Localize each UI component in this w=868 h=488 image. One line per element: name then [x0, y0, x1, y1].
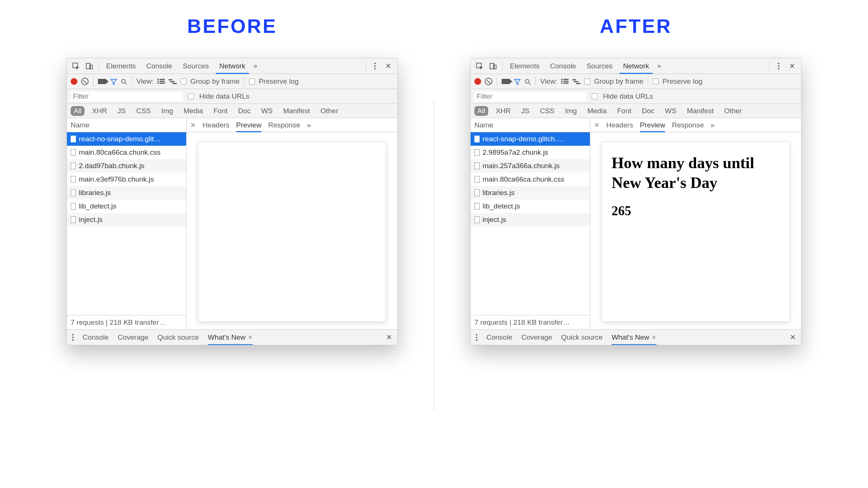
chip-all[interactable]: All	[71, 106, 84, 116]
tab-elements[interactable]: Elements	[506, 58, 543, 74]
kebab-menu-icon[interactable]	[370, 61, 380, 71]
hide-data-urls-checkbox[interactable]	[592, 93, 598, 99]
request-row[interactable]: 2.9895a7a2.chunk.js	[471, 146, 590, 159]
record-icon[interactable]	[71, 78, 77, 85]
drawer-coverage[interactable]: Coverage	[118, 330, 148, 345]
chip-xhr[interactable]: XHR	[89, 106, 110, 116]
chip-xhr[interactable]: XHR	[493, 106, 514, 116]
request-row[interactable]: main.e3ef976b.chunk.js	[67, 173, 186, 186]
request-row[interactable]: main.257a366a.chunk.js	[471, 159, 590, 173]
chip-manifest[interactable]: Manifest	[684, 106, 717, 116]
request-row[interactable]: inject.js	[67, 213, 186, 226]
screenshot-icon[interactable]	[98, 79, 106, 84]
preserve-log-checkbox[interactable]	[249, 78, 255, 84]
more-tabs-icon[interactable]: »	[656, 62, 662, 70]
request-row[interactable]: libraries.js	[471, 186, 590, 200]
drawer-whats-new[interactable]: What's New✕	[208, 330, 253, 345]
chip-js[interactable]: JS	[114, 106, 129, 116]
drawer-kebab-icon[interactable]	[476, 334, 477, 341]
request-row[interactable]: main.80ca66ca.chunk.css	[471, 173, 590, 186]
inspect-icon[interactable]	[71, 61, 81, 71]
more-detail-tabs-icon[interactable]: »	[307, 121, 311, 129]
close-icon[interactable]: ✕	[383, 61, 394, 71]
chip-other[interactable]: Other	[317, 106, 341, 116]
large-rows-icon[interactable]	[157, 78, 165, 84]
large-rows-icon[interactable]	[561, 78, 569, 84]
tab-response[interactable]: Response	[672, 118, 704, 132]
chip-img[interactable]: Img	[562, 106, 580, 116]
preserve-log-checkbox[interactable]	[653, 78, 659, 84]
chip-other[interactable]: Other	[721, 106, 745, 116]
clear-icon[interactable]	[81, 78, 89, 85]
close-details-icon[interactable]: ✕	[594, 121, 600, 129]
tab-elements[interactable]: Elements	[102, 58, 139, 74]
more-tabs-icon[interactable]: »	[252, 62, 259, 70]
drawer-quick-source[interactable]: Quick source	[561, 330, 603, 345]
screenshot-icon[interactable]	[502, 79, 510, 84]
tab-headers[interactable]: Headers	[203, 118, 230, 132]
drawer-console[interactable]: Console	[83, 330, 109, 345]
tab-sources[interactable]: Sources	[179, 58, 213, 74]
close-icon[interactable]: ✕	[787, 61, 797, 71]
request-row[interactable]: lib_detect.js	[471, 200, 590, 213]
request-row[interactable]: main.80ca66ca.chunk.css	[67, 146, 186, 159]
tab-console[interactable]: Console	[546, 58, 580, 74]
group-by-frame-checkbox[interactable]	[584, 78, 590, 84]
chip-css[interactable]: CSS	[537, 106, 557, 116]
request-row[interactable]: react-no-snap-demo.glit…	[67, 132, 186, 146]
chip-ws[interactable]: WS	[662, 106, 680, 116]
waterfall-view-icon[interactable]	[169, 78, 177, 84]
drawer-kebab-icon[interactable]	[72, 334, 74, 341]
tab-preview[interactable]: Preview	[236, 118, 262, 132]
chip-doc[interactable]: Doc	[235, 106, 254, 116]
request-row[interactable]: libraries.js	[67, 186, 186, 200]
request-row[interactable]: react-snap-demo.glitch.…	[471, 132, 590, 146]
chip-ws[interactable]: WS	[258, 106, 276, 116]
clear-icon[interactable]	[485, 78, 492, 85]
drawer-quick-source[interactable]: Quick source	[157, 330, 199, 345]
tab-preview[interactable]: Preview	[640, 118, 665, 132]
search-icon[interactable]	[120, 78, 127, 85]
device-toggle-icon[interactable]	[84, 61, 95, 71]
hide-data-urls-checkbox[interactable]	[188, 93, 194, 99]
tab-console[interactable]: Console	[142, 58, 176, 74]
filter-icon[interactable]	[110, 78, 117, 85]
record-icon[interactable]	[474, 78, 481, 85]
filter-input[interactable]	[71, 92, 183, 101]
chip-font[interactable]: Font	[210, 106, 231, 116]
chip-font[interactable]: Font	[614, 106, 634, 116]
more-detail-tabs-icon[interactable]: »	[711, 121, 715, 129]
request-row[interactable]: inject.js	[471, 213, 590, 226]
request-row[interactable]: lib_detect.js	[67, 200, 186, 213]
close-details-icon[interactable]: ✕	[190, 121, 196, 129]
group-by-frame-checkbox[interactable]	[181, 78, 187, 84]
chip-img[interactable]: Img	[158, 106, 176, 116]
tab-network[interactable]: Network	[619, 58, 653, 74]
tab-network[interactable]: Network	[216, 58, 249, 74]
tab-response[interactable]: Response	[268, 118, 300, 132]
chip-css[interactable]: CSS	[133, 106, 154, 116]
inspect-icon[interactable]	[474, 61, 485, 71]
chip-media[interactable]: Media	[584, 106, 610, 116]
chip-doc[interactable]: Doc	[639, 106, 658, 116]
tab-headers[interactable]: Headers	[606, 118, 633, 132]
drawer-close-icon[interactable]: ✕	[790, 333, 796, 342]
drawer-whats-new[interactable]: What's New✕	[612, 330, 656, 345]
request-row[interactable]: 2.dad97bab.chunk.js	[67, 159, 186, 173]
chip-media[interactable]: Media	[181, 106, 206, 116]
tab-sources[interactable]: Sources	[583, 58, 616, 74]
drawer-close-icon[interactable]: ✕	[386, 333, 392, 342]
search-icon[interactable]	[524, 78, 531, 85]
device-toggle-icon[interactable]	[488, 61, 498, 71]
chip-all[interactable]: All	[474, 106, 488, 116]
waterfall-view-icon[interactable]	[572, 78, 581, 84]
drawer-console[interactable]: Console	[486, 330, 513, 345]
chip-manifest[interactable]: Manifest	[280, 106, 313, 116]
filter-input[interactable]	[474, 92, 587, 101]
kebab-menu-icon[interactable]	[773, 61, 784, 71]
name-column-header[interactable]: Name	[67, 118, 186, 132]
filter-icon[interactable]	[514, 78, 520, 85]
chip-js[interactable]: JS	[518, 106, 532, 116]
drawer-coverage[interactable]: Coverage	[521, 330, 552, 345]
name-column-header[interactable]: Name	[471, 118, 590, 132]
